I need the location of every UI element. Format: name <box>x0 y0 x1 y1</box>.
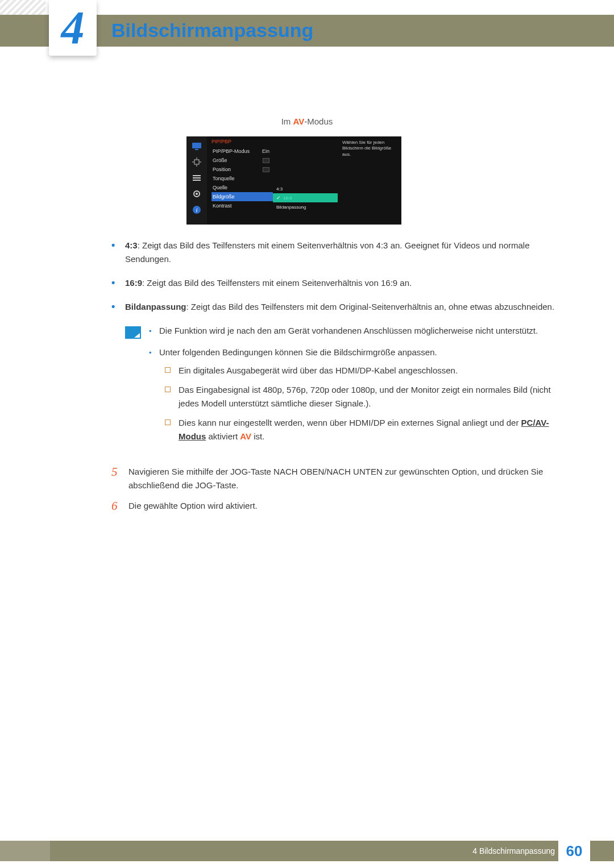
osd-row-label: Kontrast <box>213 203 232 209</box>
osd-row-position: Position <box>211 165 273 174</box>
osd-row-value: Ein <box>262 148 269 154</box>
osd-option-label: 16:9 <box>283 196 292 201</box>
osd-row-label: Größe <box>213 157 227 163</box>
chapter-title: Bildschirmanpassung <box>111 19 313 41</box>
svg-rect-0 <box>192 143 201 148</box>
osd-hint: Wählen Sie für jeden Bildschirm die Bild… <box>338 136 401 225</box>
svg-rect-1 <box>195 149 198 150</box>
caption-suffix: -Modus <box>304 117 333 126</box>
osd-row-size: Größe <box>211 156 273 165</box>
bullet-label: 4:3 <box>125 240 138 250</box>
svg-point-7 <box>196 193 198 195</box>
caption-av: AV <box>293 117 305 126</box>
osd-option-label: Bildanpassung <box>276 205 306 210</box>
osd-caption: Im AV-Modus <box>0 117 614 126</box>
osd-row-kontrast: Kontrast <box>211 201 273 210</box>
cond-3-c: ist. <box>251 431 264 441</box>
note-item-2: Unter folgenden Bedingungen können Sie d… <box>159 346 565 443</box>
osd-menu-column: PIP/PBP PIP/PBP-Modus Ein Größe Position… <box>207 136 273 225</box>
bullet-label: Bildanpassung <box>125 302 186 312</box>
osd-row-pipmode: PIP/PBP-Modus Ein <box>211 147 273 156</box>
bullet-text: : Zeigt das Bild des Teilfensters mit de… <box>186 302 555 312</box>
note-item-1: Die Funktion wird je nach den am Gerät v… <box>159 324 565 338</box>
cond-3-b: aktiviert <box>206 431 240 441</box>
osd-row-label: Bildgröße <box>213 194 235 200</box>
svg-rect-5 <box>193 180 201 181</box>
info-icon: i <box>192 205 202 215</box>
footer-stripe <box>0 841 50 861</box>
osd-panel: i PIP/PBP PIP/PBP-Modus Ein Größe Positi… <box>186 136 401 225</box>
osd-row-label: PIP/PBP-Modus <box>213 148 250 154</box>
osd-option-bildanpassung: Bildanpassung <box>273 202 338 211</box>
osd-row-label: Position <box>213 167 231 172</box>
osd-options-column: 4:3 16:9 Bildanpassung <box>273 136 338 225</box>
gear-icon <box>192 189 202 199</box>
step-number: 6 <box>111 499 128 513</box>
bullet-text: : Zeigt das Bild des Teilfensters mit ei… <box>142 278 412 288</box>
note-block: Die Funktion wird je nach den am Gerät v… <box>125 324 565 451</box>
bullet-bildanpassung: Bildanpassung: Zeigt das Bild des Teilfe… <box>125 300 565 314</box>
step-6: 6 Die gewählte Option wird aktiviert. <box>111 499 565 513</box>
osd-main: PIP/PBP PIP/PBP-Modus Ein Größe Position… <box>207 136 401 225</box>
note-list: Die Funktion wird je nach den am Gerät v… <box>149 324 565 443</box>
osd-row-label: Quelle <box>213 185 227 190</box>
cond-3-av: AV <box>240 431 251 441</box>
footer-bar: 4 Bildschirmanpassung 60 <box>0 841 614 861</box>
svg-rect-2 <box>194 160 199 164</box>
osd-sidebar: i <box>186 136 207 225</box>
step-number: 5 <box>111 465 128 492</box>
bullet-16-9: 16:9: Zeigt das Bild des Teilfensters mi… <box>125 276 565 290</box>
osd-option-4-3: 4:3 <box>273 184 338 193</box>
bullet-text: : Zeigt das Bild des Teilfensters mit ei… <box>125 240 530 264</box>
osd-heading: PIP/PBP <box>211 139 273 144</box>
content-body: 4:3: Zeigt das Bild des Teilfensters mit… <box>111 239 565 520</box>
bullet-label: 16:9 <box>125 278 142 288</box>
osd-row-bildgroesse: Bildgröße <box>211 192 273 201</box>
chapter-number-badge: 4 <box>49 0 97 56</box>
condition-list: Ein digitales Ausgabegerät wird über das… <box>159 364 565 443</box>
svg-rect-4 <box>193 177 201 178</box>
bullet-4-3: 4:3: Zeigt das Bild des Teilfensters mit… <box>125 239 565 266</box>
caption-prefix: Im <box>281 117 293 126</box>
position-mini-icon <box>263 167 269 172</box>
cond-3: Dies kann nur eingestellt werden, wenn ü… <box>179 416 565 443</box>
note-item-2-text: Unter folgenden Bedingungen können Sie d… <box>159 347 437 357</box>
osd-row-quelle: Quelle <box>211 183 273 192</box>
cond-1: Ein digitales Ausgabegerät wird über das… <box>179 364 565 377</box>
note-icon <box>125 326 141 339</box>
list-icon <box>192 173 202 183</box>
svg-text:i: i <box>196 206 197 213</box>
page-number: 60 <box>558 841 590 861</box>
osd-option-16-9: 16:9 <box>273 193 338 202</box>
osd-row-label: Tonquelle <box>213 176 235 181</box>
chapter-number: 4 <box>61 1 85 55</box>
cond-3-a: Dies kann nur eingestellt werden, wenn ü… <box>179 418 521 427</box>
footer-label: 4 Bildschirmanpassung <box>472 846 555 855</box>
size-mini-icon <box>263 158 269 163</box>
step-text: Navigieren Sie mithilfe der JOG-Taste NA… <box>128 465 565 492</box>
step-5: 5 Navigieren Sie mithilfe der JOG-Taste … <box>111 465 565 492</box>
osd-row-tonquelle: Tonquelle <box>211 174 273 183</box>
cond-2: Das Eingabesignal ist 480p, 576p, 720p o… <box>179 383 565 410</box>
osd-option-label: 4:3 <box>276 186 283 192</box>
aspect-ratio-list: 4:3: Zeigt das Bild des Teilfensters mit… <box>111 239 565 314</box>
resize-icon <box>192 157 202 167</box>
svg-rect-3 <box>193 175 201 176</box>
monitor-icon <box>192 141 202 151</box>
step-text: Die gewählte Option wird aktiviert. <box>128 499 565 513</box>
